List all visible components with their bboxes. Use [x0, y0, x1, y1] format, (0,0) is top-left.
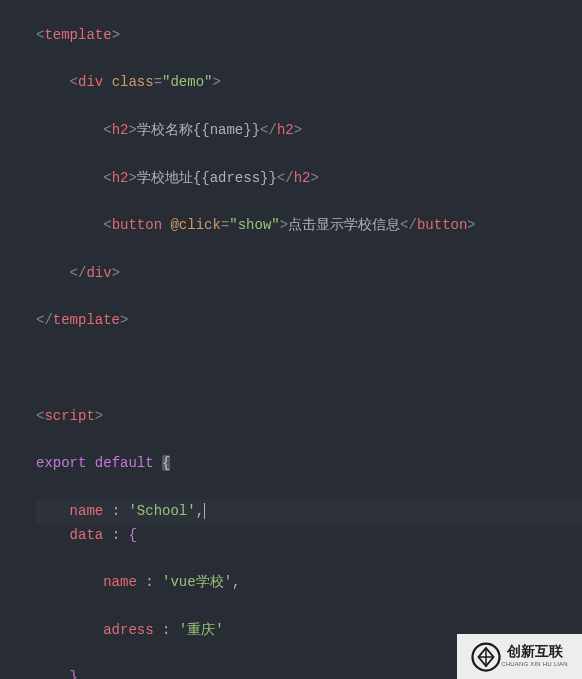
tag-h2: h2: [112, 122, 129, 138]
text-school-name: 学校名称: [137, 122, 193, 138]
prop-name: name: [70, 503, 104, 519]
tag-template-close: template: [53, 312, 120, 328]
logo-text-en: CHUANG XIN HU LIAN: [501, 659, 568, 669]
val-school: 'School': [128, 503, 195, 519]
val-chongqing: '重庆': [179, 622, 224, 638]
mustache-name: {{name}}: [193, 122, 260, 138]
kw-default: default: [95, 455, 154, 471]
val-vue-school: 'vue学校': [162, 574, 232, 590]
active-line: name : 'School',: [36, 500, 582, 524]
kw-export: export: [36, 455, 86, 471]
logo-icon: [471, 642, 501, 672]
prop-data: data: [70, 527, 104, 543]
attr-click: @click: [170, 217, 220, 233]
val-show: "show": [229, 217, 279, 233]
text-school-addr: 学校地址: [137, 170, 193, 186]
prop-adress: adress: [103, 622, 153, 638]
val-demo: "demo": [162, 74, 212, 90]
watermark-logo: 创新互联 CHUANG XIN HU LIAN: [457, 634, 582, 679]
tag-button: button: [112, 217, 162, 233]
code-editor[interactable]: <template> <div class="demo"> <h2>学校名称{{…: [0, 0, 582, 679]
tag-script-open: script: [44, 408, 94, 424]
tag-template-open: template: [44, 27, 111, 43]
button-text: 点击显示学校信息: [288, 217, 400, 233]
code-area[interactable]: <template> <div class="demo"> <h2>学校名称{{…: [24, 0, 582, 679]
tag-div: div: [78, 74, 103, 90]
line-number-gutter: [0, 0, 24, 679]
text-cursor: [204, 503, 205, 519]
mustache-adress: {{adress}}: [193, 170, 277, 186]
attr-class: class: [112, 74, 154, 90]
logo-text-cn: 创新互联: [507, 644, 568, 659]
